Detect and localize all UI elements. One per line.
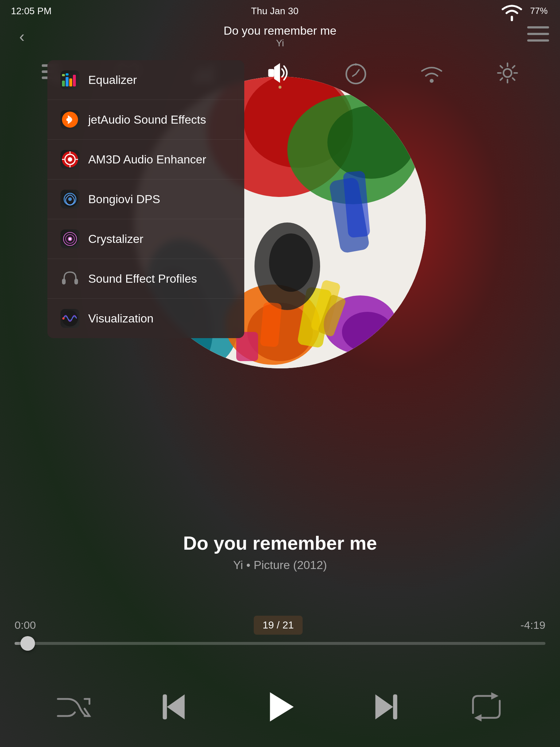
menu-label-profiles: Sound Effect Profiles [88,272,197,286]
dropdown-menu: Equalizer jetAudio Sound Effects AM3D Au… [47,60,244,338]
play-icon [262,689,298,725]
prev-icon [159,689,195,725]
song-meta: Yi • Picture (2012) [0,558,560,572]
svg-point-36 [68,197,72,201]
battery-icon: 77% [530,6,549,16]
svg-marker-72 [491,692,499,700]
settings-icon [495,60,520,86]
svg-line-20 [353,74,356,76]
bongiovi-icon-graphic [61,190,79,209]
menu-label-jetaudio: jetAudio Sound Effects [88,113,206,127]
visualization-menu-icon [61,309,79,328]
bongiovi-menu-icon [61,190,79,209]
song-info: Do you remember me Yi • Picture (2012) [0,532,560,572]
svg-rect-65 [260,302,282,347]
svg-marker-16 [274,63,280,83]
time-elapsed: 0:00 [15,619,36,631]
status-date: Thu Jan 30 [251,5,299,17]
svg-rect-42 [62,279,66,285]
svg-marker-73 [474,714,482,721]
svg-rect-43 [74,279,78,285]
wifi-icon [419,60,444,86]
sound-effects-icon [267,60,293,86]
svg-marker-67 [167,694,185,720]
svg-marker-70 [376,694,393,720]
svg-rect-28 [66,73,69,76]
svg-point-33 [68,157,72,162]
playback-controls [0,689,560,725]
menu-label-bongiovi: Bongiovi DPS [88,193,160,206]
progress-thumb[interactable] [20,636,35,651]
svg-point-22 [503,69,512,77]
svg-marker-69 [270,692,293,721]
battery-percent: 77% [530,6,548,16]
menu-item-crystalizer[interactable]: Crystalizer [47,219,244,259]
svg-point-50 [327,106,415,179]
profiles-menu-icon [61,269,79,288]
svg-point-41 [69,238,71,240]
menu-item-equalizer[interactable]: Equalizer [47,60,244,100]
shuffle-button[interactable] [55,689,92,725]
menu-label-am3d: AM3D Audio Enhancer [88,153,206,166]
repeat-icon [468,689,505,725]
am3d-icon-graphic [61,150,79,169]
svg-point-21 [430,79,434,83]
nav-bar: ‹ Do you remember me Yi [0,22,560,51]
crystalizer-menu-icon [61,229,79,248]
song-title: Do you remember me [0,532,560,554]
nav-artist: Yi [33,38,527,49]
svg-rect-68 [163,694,167,720]
track-counter: 19 / 21 [254,616,303,635]
repeat-button[interactable] [468,689,505,725]
playlist-button[interactable] [527,26,549,47]
crystalizer-icon-graphic [61,229,79,248]
menu-item-bongiovi[interactable]: Bongiovi DPS [47,179,244,219]
play-button[interactable] [262,689,298,725]
svg-rect-27 [62,74,65,76]
visualization-icon-graphic [61,309,79,328]
svg-rect-23 [62,81,65,86]
settings-button[interactable] [495,60,520,86]
svg-point-60 [269,233,313,292]
svg-rect-71 [393,694,397,720]
svg-point-62 [342,312,393,352]
svg-point-45 [62,317,65,320]
menu-item-profiles[interactable]: Sound Effect Profiles [47,259,244,299]
headphones-icon [61,269,79,288]
svg-rect-15 [268,69,274,77]
list-icon [527,26,549,44]
prev-button[interactable] [159,689,195,725]
menu-label-crystalizer: Crystalizer [88,232,143,246]
sound-effects-button[interactable] [267,60,293,86]
progress-section: 0:00 19 / 21 -4:19 [0,616,560,645]
menu-item-am3d[interactable]: AM3D Audio Enhancer [47,140,244,179]
menu-label-visualization: Visualization [88,312,153,325]
shuffle-icon [55,689,92,725]
status-right: 77% [498,0,549,22]
jetaudio-menu-icon [61,110,79,129]
nav-title: Do you remember me Yi [33,24,527,49]
progress-bar[interactable] [15,642,545,645]
time-row: 0:00 19 / 21 -4:19 [15,616,545,635]
timer-button[interactable] [343,60,369,86]
wifi-status-icon [498,0,526,22]
menu-label-equalizer: Equalizer [88,73,137,87]
timer-icon [343,60,369,86]
wifi-button[interactable] [419,60,444,86]
svg-line-19 [356,70,359,74]
jetaudio-icon-graphic [61,110,79,129]
back-button[interactable]: ‹ [11,27,33,46]
menu-item-jetaudio[interactable]: jetAudio Sound Effects [47,100,244,140]
svg-rect-4 [527,33,549,35]
next-icon [365,689,401,725]
am3d-menu-icon [61,150,79,169]
status-time: 12:05 PM [11,5,51,17]
svg-rect-24 [66,77,69,86]
nav-song-title: Do you remember me [33,24,527,38]
svg-point-30 [66,118,69,121]
svg-rect-25 [69,78,72,86]
svg-rect-26 [73,75,76,86]
next-button[interactable] [365,689,401,725]
menu-item-visualization[interactable]: Visualization [47,299,244,338]
equalizer-menu-icon [61,70,79,89]
